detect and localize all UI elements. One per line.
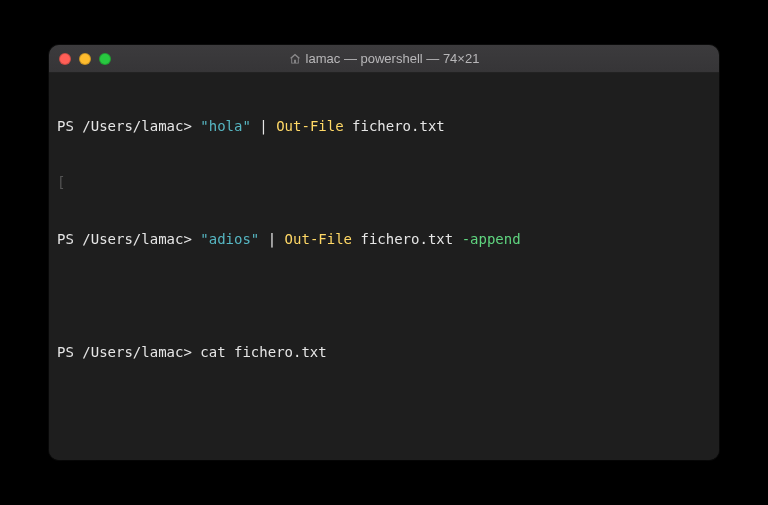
pipe-operator: | [259,231,284,247]
window-title-text: lamac — powershell — 74×21 [306,51,480,66]
pipe-operator: | [251,118,276,134]
prompt-text: PS /Users/lamac> [57,118,200,134]
prompt-text: PS /Users/lamac> [57,344,200,360]
command-argument: fichero.txt [352,231,462,247]
traffic-lights [59,53,111,65]
zoom-icon[interactable] [99,53,111,65]
cmdlet-name: Out-File [285,231,352,247]
terminal-body[interactable]: PS /Users/lamac> "hola" | Out-File fiche… [49,73,719,460]
terminal-line: PS /Users/lamac> "adios" | Out-File fich… [57,230,711,249]
command-text: cat fichero.txt [200,344,326,360]
terminal-blank-line: [ [57,173,711,192]
string-literal: "hola" [200,118,251,134]
terminal-line: PS /Users/lamac> cat fichero.txt [57,343,711,362]
terminal-blank-line [57,287,711,306]
window-title: lamac — powershell — 74×21 [49,51,719,66]
terminal-line: PS /Users/lamac> "hola" | Out-File fiche… [57,117,711,136]
command-argument: fichero.txt [344,118,445,134]
close-icon[interactable] [59,53,71,65]
string-literal: "adios" [200,231,259,247]
window-titlebar: lamac — powershell — 74×21 [49,45,719,73]
cmdlet-name: Out-File [276,118,343,134]
home-icon [289,53,301,65]
terminal-blank-line [57,400,711,419]
prompt-text: PS /Users/lamac> [57,231,200,247]
terminal-window: lamac — powershell — 74×21 PS /Users/lam… [49,45,719,460]
minimize-icon[interactable] [79,53,91,65]
terminal-output: ??hola [57,457,711,460]
command-flag: -append [462,231,521,247]
